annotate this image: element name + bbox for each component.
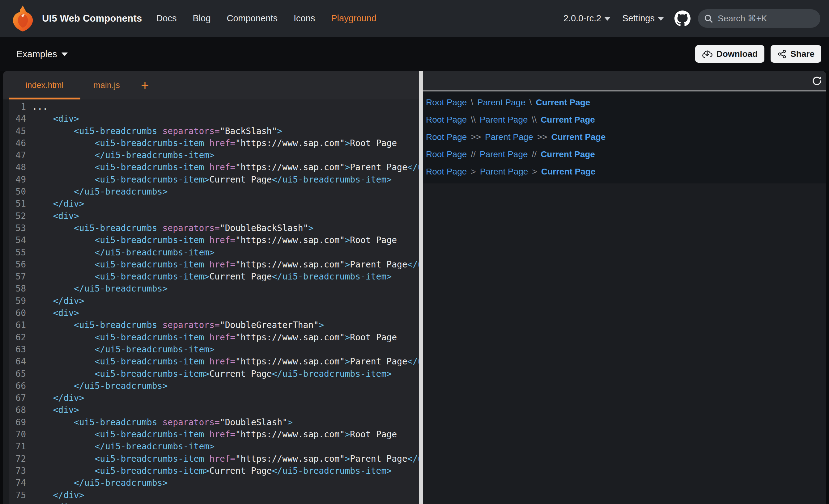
code-line: 68 <div>	[3, 404, 419, 416]
code-line: 61 <ui5-breadcrumbs separators="DoubleGr…	[3, 319, 419, 331]
code-text: </div>	[26, 198, 84, 210]
phoenix-logo-icon[interactable]	[9, 4, 37, 33]
breadcrumb-link[interactable]: Root Page	[426, 150, 467, 159]
examples-dropdown[interactable]: Examples	[16, 49, 68, 59]
code-line: 73 <ui5-breadcrumbs-item>Current Page</u…	[3, 465, 419, 477]
github-mark-icon[interactable]	[675, 10, 690, 27]
share-label: Share	[790, 49, 815, 59]
download-button[interactable]: Download	[695, 45, 764, 63]
code-line: 56 <ui5-breadcrumbs-item href="https://w…	[3, 259, 419, 271]
version-dropdown[interactable]: 2.0.0-rc.2	[564, 13, 611, 24]
share-nodes-icon	[778, 49, 787, 59]
code-text: <div>	[26, 501, 79, 504]
code-text: </ui5-breadcrumbs>	[26, 282, 168, 295]
code-line: 52 <div>	[3, 210, 419, 222]
code-text: <ui5-breadcrumbs-item>Current Page</ui5-…	[26, 173, 392, 186]
code-text: <div>	[26, 307, 79, 319]
breadcrumb-link[interactable]: Parent Page	[477, 98, 526, 108]
nav-link-components[interactable]: Components	[227, 13, 278, 24]
breadcrumb-separator: //	[471, 150, 476, 159]
code-lines[interactable]: 1...44 <div>45 <ui5-breadcrumbs separato…	[3, 100, 419, 504]
code-text: <ui5-breadcrumbs-item href="https://www.…	[26, 453, 419, 465]
breadcrumb-separator: >>	[471, 132, 481, 142]
magnifier-icon	[704, 13, 713, 24]
code-text: </div>	[26, 295, 84, 307]
nav-link-icons[interactable]: Icons	[294, 13, 315, 24]
code-text: </ui5-breadcrumbs-item>	[26, 343, 215, 355]
nav-link-playground[interactable]: Playground	[331, 13, 376, 24]
editor-tabbar: index.html main.js +	[3, 71, 419, 100]
code-line: 53 <ui5-breadcrumbs separators="DoubleBa…	[3, 222, 419, 234]
breadcrumb-current: Current Page	[551, 132, 606, 142]
toolbar-buttons: Download Share	[695, 45, 821, 63]
breadcrumb-link[interactable]: Root Page	[426, 115, 467, 125]
main-nav: Docs Blog Components Icons Playground	[156, 13, 376, 24]
pane-splitter[interactable]	[419, 71, 423, 504]
code-text: <div>	[26, 210, 79, 222]
tab-index-html[interactable]: index.html	[9, 71, 80, 100]
examples-label: Examples	[16, 49, 57, 59]
code-editor-pane[interactable]: index.html main.js + 1...44 <div>45 <ui5…	[3, 71, 419, 504]
navbar-right-group: 2.0.0-rc.2 Settings	[564, 9, 820, 28]
code-line: 1...	[3, 101, 419, 113]
code-text: <ui5-breadcrumbs-item href="https://www.…	[26, 355, 419, 367]
code-text: <ui5-breadcrumbs-item>Current Page</ui5-…	[26, 465, 392, 477]
breadcrumb-link[interactable]: Parent Page	[480, 115, 528, 125]
code-line: 47 </ui5-breadcrumbs-item>	[3, 149, 419, 161]
add-tab-button[interactable]: +	[141, 71, 149, 100]
code-line: 64 <ui5-breadcrumbs-item href="https://w…	[3, 355, 419, 367]
code-text: <ui5-breadcrumbs-item href="https://www.…	[26, 332, 397, 343]
breadcrumb-link[interactable]: Parent Page	[480, 167, 528, 177]
tab-main-js[interactable]: main.js	[80, 71, 133, 100]
breadcrumb-link[interactable]: Parent Page	[480, 150, 528, 159]
code-line: 72 <ui5-breadcrumbs-item href="https://w…	[3, 453, 419, 465]
breadcrumb-link[interactable]: Root Page	[426, 132, 467, 142]
code-line: 55 </ui5-breadcrumbs-item>	[3, 246, 419, 259]
code-text: </ui5-breadcrumbs-item>	[26, 246, 215, 259]
settings-dropdown[interactable]: Settings	[622, 13, 664, 24]
code-line: 59 </div>	[3, 295, 419, 307]
breadcrumb-current: Current Page	[541, 167, 596, 177]
code-text: <ui5-breadcrumbs separators="DoubleBackS…	[26, 222, 314, 234]
code-line: 58 </ui5-breadcrumbs>	[3, 282, 419, 295]
nav-link-blog[interactable]: Blog	[192, 13, 211, 24]
code-line: 70 <ui5-breadcrumbs-item href="https://w…	[3, 428, 419, 440]
code-text: </ui5-breadcrumbs>	[26, 186, 168, 198]
code-text: <ui5-breadcrumbs separators="DoubleSlash…	[26, 416, 293, 428]
code-text: </ui5-breadcrumbs-item>	[26, 149, 215, 161]
code-line: 44 <div>	[3, 113, 419, 125]
search-box[interactable]	[698, 9, 820, 28]
breadcrumb-link[interactable]: Root Page	[426, 98, 467, 108]
code-line: 69 <ui5-breadcrumbs separators="DoubleSl…	[3, 416, 419, 428]
version-label: 2.0.0-rc.2	[564, 13, 602, 24]
breadcrumb-current: Current Page	[541, 115, 595, 125]
code-text: <div>	[26, 404, 79, 416]
top-navbar: UI5 Web Components Docs Blog Components …	[0, 0, 829, 37]
code-line: 74 </ui5-breadcrumbs>	[3, 477, 419, 489]
code-line: 65 <ui5-breadcrumbs-item>Current Page</u…	[3, 368, 419, 380]
code-line: 76 <div>	[3, 501, 419, 504]
breadcrumb-link[interactable]: Root Page	[426, 167, 467, 177]
breadcrumb-link[interactable]: Parent Page	[485, 132, 533, 142]
code-line: 60 <div>	[3, 307, 419, 319]
code-line: 66 </ui5-breadcrumbs>	[3, 380, 419, 392]
code-line: 57 <ui5-breadcrumbs-item>Current Page</u…	[3, 271, 419, 282]
breadcrumb-separator: >	[471, 167, 476, 177]
download-label: Download	[716, 49, 758, 59]
code-text: <div>	[26, 113, 79, 125]
share-button[interactable]: Share	[770, 45, 821, 63]
settings-label: Settings	[622, 13, 655, 24]
code-text: <ui5-breadcrumbs-item href="https://www.…	[26, 234, 397, 246]
chevron-down-icon	[604, 17, 610, 21]
breadcrumb-separator: //	[532, 150, 537, 159]
breadcrumb-row: Root Page\Parent Page\Current Page	[426, 94, 826, 111]
search-input[interactable]	[718, 13, 810, 24]
code-text: <ui5-breadcrumbs separators="BackSlash">	[26, 125, 282, 137]
nav-link-docs[interactable]: Docs	[156, 13, 177, 24]
preview-toolbar	[423, 71, 826, 90]
code-line: 48 <ui5-breadcrumbs-item href="https://w…	[3, 161, 419, 173]
refresh-button[interactable]	[812, 76, 822, 86]
code-line: 54 <ui5-breadcrumbs-item href="https://w…	[3, 234, 419, 246]
code-text: <ui5-breadcrumbs-item>Current Page</ui5-…	[26, 368, 392, 380]
breadcrumb-row: Root Page>Parent Page>Current Page	[426, 163, 826, 180]
